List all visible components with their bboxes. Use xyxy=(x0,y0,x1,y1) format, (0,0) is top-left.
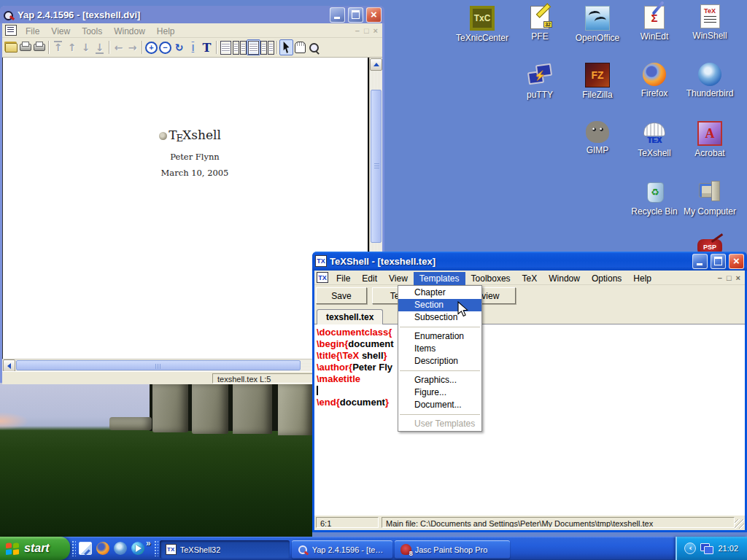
yap-titlebar[interactable]: Yap 2.4.1596 - [texshell.dvi] xyxy=(0,6,384,23)
quicklaunch-mediaplayer-icon[interactable] xyxy=(131,542,144,555)
horizontal-scroll-thumb[interactable] xyxy=(16,360,301,370)
menu-item-description[interactable]: Description xyxy=(398,355,481,368)
quicklaunch-desktop-icon[interactable] xyxy=(79,542,92,555)
last-tool-icon[interactable] xyxy=(93,39,107,55)
desktop-icon-winedt[interactable]: ΣWinEdt xyxy=(627,6,681,42)
menu-item-figure-[interactable]: Figure... xyxy=(398,386,481,399)
texshell-menubar: TX FileEditViewTemplatesToolboxesTeXWind… xyxy=(314,271,745,285)
desktop-icon-putty[interactable]: ⚡puTTY xyxy=(513,63,567,100)
resize-grip[interactable] xyxy=(735,519,744,529)
text-token: document xyxy=(348,338,393,349)
down-tool-icon[interactable] xyxy=(79,39,93,55)
yap-menu-help[interactable]: Help xyxy=(151,25,181,38)
quicklaunch-overflow-chevron[interactable]: » xyxy=(146,538,151,548)
taskbar-button-yap-2-4-1596-texs-[interactable]: Yap 2.4.1596 - [texs... xyxy=(292,540,392,559)
desktop-icon-gimp[interactable]: GIMP xyxy=(570,121,624,155)
main-file-panel: Main file: C:\Documents and Settings\Pet… xyxy=(382,517,735,528)
texshell-menu-view[interactable]: View xyxy=(383,272,414,285)
desktop-icon-recycle-bin[interactable]: Recycle Bin xyxy=(627,179,681,217)
pg1-tool-icon[interactable] xyxy=(219,39,233,55)
mdi-minimize-icon[interactable] xyxy=(718,273,722,282)
zout-tool-icon[interactable] xyxy=(158,39,172,55)
desktop: TxCTeXnicCenter32PFEOpenOfficeΣWinEdtTeX… xyxy=(0,0,747,560)
quicklaunch-firefox-icon[interactable] xyxy=(96,542,109,555)
mdi-restore-icon[interactable] xyxy=(727,273,732,282)
texshell-menu-toolboxes[interactable]: Toolboxes xyxy=(465,272,516,285)
pgc1-tool-icon[interactable] xyxy=(247,39,260,55)
dvi-document-icon xyxy=(5,25,17,36)
dvi-date-text: March 10, 2005 xyxy=(133,168,257,178)
texshell-menu-items: FileEditViewTemplatesToolboxesTeXWindowO… xyxy=(330,271,657,284)
yap-menu-window[interactable]: Window xyxy=(108,25,151,38)
tab-texshell-tex[interactable]: texshell.tex xyxy=(317,309,383,324)
scroll-up-button[interactable] xyxy=(370,58,382,71)
print-tool-icon[interactable] xyxy=(18,39,32,55)
desktop-icon-openoffice[interactable]: OpenOffice xyxy=(570,6,624,43)
desktop-icon-acrobat[interactable]: AAcrobat xyxy=(683,121,737,158)
back-tool-icon[interactable] xyxy=(112,39,125,55)
menu-item-items[interactable]: Items xyxy=(398,343,481,355)
mag-tool-icon[interactable] xyxy=(307,39,321,55)
texshell-menu-options[interactable]: Options xyxy=(586,272,627,285)
vertical-scroll-thumb[interactable] xyxy=(371,90,382,243)
start-button[interactable]: start xyxy=(0,537,70,560)
first-tool-icon[interactable] xyxy=(51,39,65,55)
texshell-editor[interactable]: \documentclass{\begin{document\title{\Te… xyxy=(314,324,745,515)
menu-item-graphics-[interactable]: Graphics... xyxy=(398,374,481,386)
texshell-menu-window[interactable]: Window xyxy=(543,272,586,285)
mdi-minimize-icon xyxy=(355,26,360,35)
hand-tool-icon[interactable] xyxy=(293,39,307,55)
pg2-tool-icon[interactable] xyxy=(233,39,247,55)
taskbar-button-jasc-paint-shop-pro[interactable]: 8Jasc Paint Shop Pro xyxy=(395,540,510,559)
texshell-titlebar[interactable]: TX TeXShell - [texshell.tex] xyxy=(312,252,747,271)
desktop-icon-texniccenter[interactable]: TxCTeXnicCenter xyxy=(455,6,509,43)
yap-menu-view[interactable]: View xyxy=(45,25,76,38)
ibeam-tool-icon[interactable] xyxy=(186,39,200,55)
texshell-tabbar: texshell.tex xyxy=(314,307,745,324)
texshell-menu-help[interactable]: Help xyxy=(627,272,657,285)
desktop-icon-texshell[interactable]: TEXTeXshell xyxy=(627,121,681,158)
desktop-icon-my-computer[interactable]: My Computer xyxy=(683,179,737,217)
desktop-icon-thunderbird[interactable]: Thunderbird xyxy=(683,63,737,98)
texshell-menu-edit[interactable]: Edit xyxy=(356,272,383,285)
texshell-menu-templates[interactable]: Templates xyxy=(414,272,465,285)
texshell-maximize-button[interactable] xyxy=(711,254,726,269)
desktop-icon-winshell[interactable]: TeXWinShell xyxy=(683,4,737,41)
texshell-close-button[interactable] xyxy=(729,254,744,269)
latex-command-token: \title{\TeX xyxy=(317,350,359,361)
pgc2-tool-icon[interactable] xyxy=(260,39,274,55)
fwd-tool-icon[interactable] xyxy=(125,39,139,55)
texshell-menu-tex[interactable]: TeX xyxy=(516,272,543,285)
texshell-minimize-button[interactable] xyxy=(692,254,708,269)
yap-menu-tools[interactable]: Tools xyxy=(76,25,108,38)
yap-minimize-button[interactable] xyxy=(330,7,345,23)
toolbar-separator xyxy=(139,40,144,55)
zin-tool-icon[interactable] xyxy=(144,39,158,55)
desktop-icon-pfe[interactable]: 32PFE xyxy=(513,6,567,42)
hide-tray-icons-chevron[interactable] xyxy=(684,542,696,554)
yap-menu-file[interactable]: File xyxy=(20,25,45,38)
taskband-grip[interactable] xyxy=(154,540,158,556)
open-tool-icon[interactable] xyxy=(4,39,18,55)
taskbar-button-texshell32[interactable]: TXTeXShell32 xyxy=(160,540,290,559)
winshell-icon-glyph: TeX xyxy=(704,8,716,15)
pointer-tool-icon[interactable] xyxy=(279,39,293,55)
menu-item-chapter[interactable]: Chapter xyxy=(398,287,481,299)
save-button[interactable]: Save xyxy=(316,287,367,304)
yap-close-button[interactable] xyxy=(366,7,382,23)
bigT-tool-icon[interactable] xyxy=(200,39,214,55)
yap-maximize-button[interactable] xyxy=(348,7,363,23)
mdi-close-icon[interactable] xyxy=(736,273,740,282)
scroll-left-button[interactable] xyxy=(3,359,15,372)
refresh-tool-icon[interactable] xyxy=(172,39,186,55)
desktop-icon-firefox[interactable]: Firefox xyxy=(627,63,681,98)
texshell-menu-file[interactable]: File xyxy=(330,272,356,285)
print-tool-icon[interactable] xyxy=(32,39,46,55)
quicklaunch-grip[interactable] xyxy=(71,540,76,556)
quicklaunch-thunderbird-icon[interactable] xyxy=(114,542,127,555)
network-tray-icon[interactable] xyxy=(700,543,713,554)
menu-item-enumeration[interactable]: Enumeration xyxy=(398,330,481,343)
menu-item-document-[interactable]: Document... xyxy=(398,399,481,411)
desktop-icon-filezilla[interactable]: FZFileZilla xyxy=(570,63,624,100)
up-tool-icon[interactable] xyxy=(65,39,79,55)
